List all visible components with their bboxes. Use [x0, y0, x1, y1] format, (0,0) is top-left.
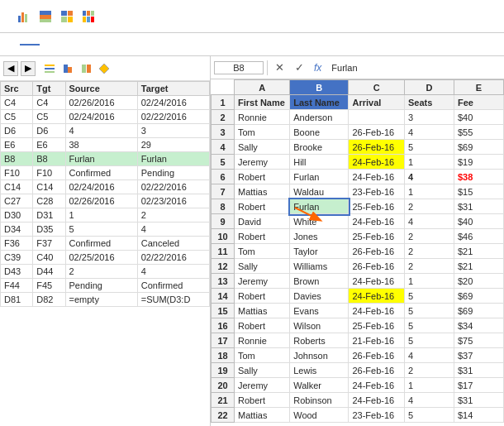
cell-16-a[interactable]: Robert: [235, 318, 290, 333]
left-table-row[interactable]: D34D3554: [1, 223, 210, 237]
cell-6-c[interactable]: 24-Feb-16: [349, 170, 405, 184]
cell-2-e[interactable]: $40: [454, 110, 503, 125]
cell-6-d[interactable]: 4: [404, 170, 454, 184]
nav-next-button[interactable]: ▶: [21, 61, 36, 76]
row-number[interactable]: 20: [212, 378, 235, 393]
cell-11-e[interactable]: $21: [454, 244, 503, 259]
cell-9-b[interactable]: White: [290, 214, 349, 229]
sort-icon-2[interactable]: [59, 60, 76, 77]
cell-22-c[interactable]: 23-Feb-16: [349, 408, 405, 423]
row-number[interactable]: 8: [212, 199, 235, 214]
cell-17-b[interactable]: Roberts: [290, 333, 349, 348]
cell-5-d[interactable]: 1: [404, 155, 454, 170]
cell-18-b[interactable]: Johnson: [290, 348, 349, 363]
col-a-header[interactable]: A: [235, 80, 290, 95]
cell-22-d[interactable]: 5: [404, 408, 454, 423]
cell-7-d[interactable]: 1: [404, 184, 454, 199]
cell-5-e[interactable]: $19: [454, 155, 503, 170]
cell-16-e[interactable]: $34: [454, 318, 503, 333]
cell-17-e[interactable]: $75: [454, 333, 503, 348]
cell-15-c[interactable]: 24-Feb-16: [349, 304, 405, 318]
cell-19-a[interactable]: Sally: [235, 363, 290, 378]
row-number[interactable]: 2: [212, 110, 235, 125]
cell-6-e[interactable]: $38: [454, 170, 503, 184]
cell-10-b[interactable]: Jones: [290, 229, 349, 244]
left-table-row[interactable]: C14C1402/24/201602/22/2016: [1, 180, 210, 194]
cell-10-d[interactable]: 2: [404, 229, 454, 244]
participants-count[interactable]: [20, 44, 40, 45]
cell-2-d[interactable]: 3: [404, 110, 454, 125]
cell-10-c[interactable]: 25-Feb-16: [349, 229, 405, 244]
cell-8-c[interactable]: 25-Feb-16: [349, 199, 405, 214]
cell-9-c[interactable]: 24-Feb-16: [349, 214, 405, 229]
cell-13-b[interactable]: Brown: [290, 274, 349, 289]
cell-12-a[interactable]: Sally: [235, 259, 290, 274]
cell-4-b[interactable]: Brooke: [290, 140, 349, 155]
row-number[interactable]: 19: [212, 363, 235, 378]
cell-13-c[interactable]: 24-Feb-16: [349, 274, 405, 289]
row-number[interactable]: 12: [212, 259, 235, 274]
left-table-row[interactable]: D30D3112: [1, 208, 210, 223]
row-number[interactable]: 22: [212, 408, 235, 423]
cell-14-d[interactable]: 5: [404, 289, 454, 304]
cell-4-c[interactable]: 26-Feb-16: [349, 140, 405, 155]
bar-chart-icon[interactable]: [15, 7, 33, 26]
cell-21-c[interactable]: 24-Feb-16: [349, 393, 405, 408]
cancel-formula-button[interactable]: ✕: [271, 60, 288, 76]
col-d-header[interactable]: D: [404, 80, 454, 95]
confirm-formula-button[interactable]: ✓: [291, 60, 307, 76]
cell-12-c[interactable]: 26-Feb-16: [349, 259, 405, 274]
cell-19-d[interactable]: 2: [404, 363, 454, 378]
row-number[interactable]: 14: [212, 289, 235, 304]
sort-icon-1[interactable]: [41, 60, 58, 77]
cell-3-a[interactable]: Tom: [235, 125, 290, 140]
cell-18-c[interactable]: 26-Feb-16: [349, 348, 405, 363]
cell-20-a[interactable]: Jeremy: [235, 378, 290, 393]
cell-8-a[interactable]: Robert: [235, 199, 290, 214]
row-number[interactable]: 13: [212, 274, 235, 289]
stacked-chart-icon[interactable]: [36, 7, 55, 26]
left-table-row[interactable]: F44F45PendingConfirmed: [1, 279, 210, 293]
left-table-row[interactable]: F36F37ConfirmedCanceled: [1, 237, 210, 251]
cell-14-b[interactable]: Davies: [290, 289, 349, 304]
row-number[interactable]: 10: [212, 229, 235, 244]
cell-9-a[interactable]: David: [235, 214, 290, 229]
row-number[interactable]: 9: [212, 214, 235, 229]
row-number[interactable]: 1: [212, 95, 235, 110]
cell-19-c[interactable]: 26-Feb-16: [349, 363, 405, 378]
cell-5-a[interactable]: Jeremy: [235, 155, 290, 170]
cell-12-b[interactable]: Williams: [290, 259, 349, 274]
row-number[interactable]: 18: [212, 348, 235, 363]
cell-21-a[interactable]: Robert: [235, 393, 290, 408]
col-e-header[interactable]: E: [454, 80, 503, 95]
cell-16-c[interactable]: 25-Feb-16: [349, 318, 405, 333]
left-table-row[interactable]: B8B8FurlanFurlan: [1, 152, 210, 166]
row-number[interactable]: 4: [212, 140, 235, 155]
cell-7-b[interactable]: Waldau: [290, 184, 349, 199]
cell-7-e[interactable]: $15: [454, 184, 503, 199]
row-number[interactable]: 16: [212, 318, 235, 333]
cell-19-e[interactable]: $31: [454, 363, 503, 378]
cell-1-b[interactable]: Last Name: [290, 95, 349, 110]
cell-1-d[interactable]: Seats: [404, 95, 454, 110]
row-number[interactable]: 21: [212, 393, 235, 408]
cell-11-d[interactable]: 2: [404, 244, 454, 259]
cell-8-d[interactable]: 2: [404, 199, 454, 214]
left-table-row[interactable]: C39C4002/25/201602/22/2016: [1, 251, 210, 265]
cell-5-b[interactable]: Hill: [290, 155, 349, 170]
cell-15-d[interactable]: 5: [404, 304, 454, 318]
cell-2-c[interactable]: [349, 110, 405, 125]
row-number[interactable]: 17: [212, 333, 235, 348]
cell-22-a[interactable]: Mattias: [235, 408, 290, 423]
cell-8-b[interactable]: Furlan: [290, 199, 349, 214]
cell-2-a[interactable]: Ronnie: [235, 110, 290, 125]
cell-11-b[interactable]: Taylor: [290, 244, 349, 259]
cell-16-d[interactable]: 5: [404, 318, 454, 333]
cell-14-a[interactable]: Robert: [235, 289, 290, 304]
row-number[interactable]: 5: [212, 155, 235, 170]
cell-5-c[interactable]: 24-Feb-16: [349, 155, 405, 170]
formula-input[interactable]: [328, 62, 501, 74]
cell-21-d[interactable]: 4: [404, 393, 454, 408]
sort-icon-3[interactable]: [78, 60, 94, 77]
cell-16-b[interactable]: Wilson: [290, 318, 349, 333]
